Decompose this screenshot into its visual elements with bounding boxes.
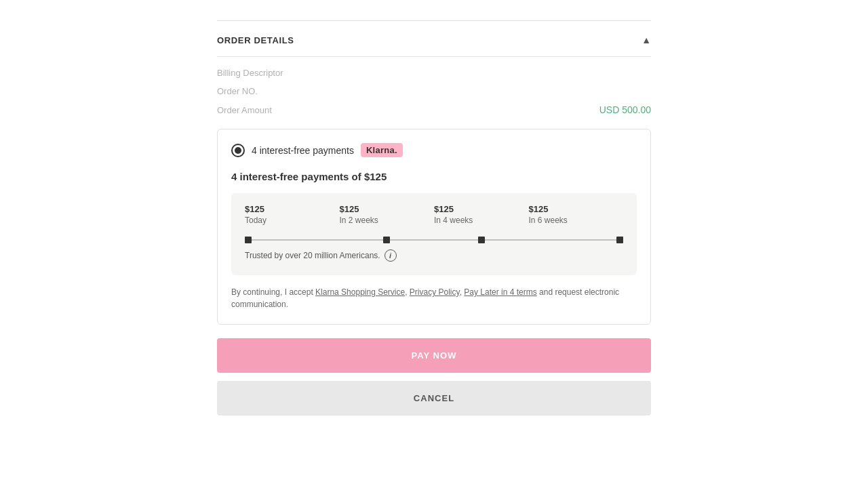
- timeline-dot-2: [383, 237, 390, 243]
- schedule-amount-3: $125: [434, 204, 529, 214]
- schedule-time-2: In 2 weeks: [340, 216, 435, 225]
- schedule-item-3: $125 In 4 weeks: [434, 204, 529, 225]
- cancel-button[interactable]: CANCEL: [217, 381, 651, 415]
- schedule-time-1: Today: [245, 216, 340, 225]
- payment-timeline: [245, 236, 623, 244]
- info-icon[interactable]: i: [384, 249, 397, 262]
- trusted-text: Trusted by over 20 million Americans.: [245, 251, 380, 260]
- pay-now-button[interactable]: PAY NOW: [217, 338, 651, 373]
- timeline-dots: [245, 237, 623, 243]
- order-no-label: Order NO.: [217, 86, 258, 96]
- schedule-grid: $125 Today $125 In 2 weeks $125 In 4 wee…: [245, 204, 623, 225]
- schedule-time-3: In 4 weeks: [434, 216, 529, 225]
- pay-later-link[interactable]: Pay Later in 4 terms: [464, 287, 536, 297]
- order-amount-row: Order Amount USD 500.00: [217, 104, 651, 115]
- schedule-item-2: $125 In 2 weeks: [340, 204, 435, 225]
- top-divider: [217, 20, 651, 21]
- section-title: ORDER DETAILS: [217, 35, 294, 45]
- klarna-badge: Klarna.: [361, 143, 403, 157]
- schedule-time-4: In 6 weeks: [529, 216, 624, 225]
- timeline-dot-3: [478, 237, 485, 243]
- timeline-dot-4: [616, 237, 623, 243]
- order-amount-label: Order Amount: [217, 105, 272, 115]
- schedule-amount-4: $125: [529, 204, 624, 214]
- header-divider: [217, 56, 651, 57]
- schedule-item-1: $125 Today: [245, 204, 340, 225]
- klarna-header: 4 interest-free payments Klarna.: [231, 143, 637, 157]
- timeline-dot-1: [245, 237, 252, 243]
- legal-text: By continuing, I accept Klarna Shopping …: [231, 286, 637, 310]
- schedule-amount-1: $125: [245, 204, 340, 214]
- page-container: ORDER DETAILS ▲ Billing Descriptor Order…: [217, 14, 651, 474]
- klarna-section: 4 interest-free payments Klarna. 4 inter…: [217, 129, 651, 325]
- billing-label: Billing Descriptor: [217, 68, 283, 78]
- radio-inner-dot: [235, 147, 241, 154]
- klarna-radio-label: 4 interest-free payments: [252, 145, 354, 156]
- payment-schedule: $125 Today $125 In 2 weeks $125 In 4 wee…: [231, 193, 637, 275]
- schedule-amount-2: $125: [340, 204, 435, 214]
- billing-descriptor-row: Billing Descriptor: [217, 68, 651, 78]
- payment-subtitle: 4 interest-free payments of $125: [231, 171, 637, 182]
- order-amount-value: USD 500.00: [599, 104, 651, 115]
- trusted-text-row: Trusted by over 20 million Americans. i: [245, 249, 623, 262]
- legal-before: By continuing, I accept: [231, 287, 315, 297]
- order-details-header: ORDER DETAILS ▲: [217, 35, 651, 45]
- payment-radio[interactable]: [231, 144, 245, 157]
- legal-comma1: ,: [405, 287, 410, 297]
- order-no-row: Order NO.: [217, 86, 651, 96]
- schedule-item-4: $125 In 6 weeks: [529, 204, 624, 225]
- privacy-policy-link[interactable]: Privacy Policy: [410, 287, 460, 297]
- chevron-up-icon[interactable]: ▲: [642, 35, 651, 45]
- klarna-service-link[interactable]: Klarna Shopping Service: [315, 287, 405, 297]
